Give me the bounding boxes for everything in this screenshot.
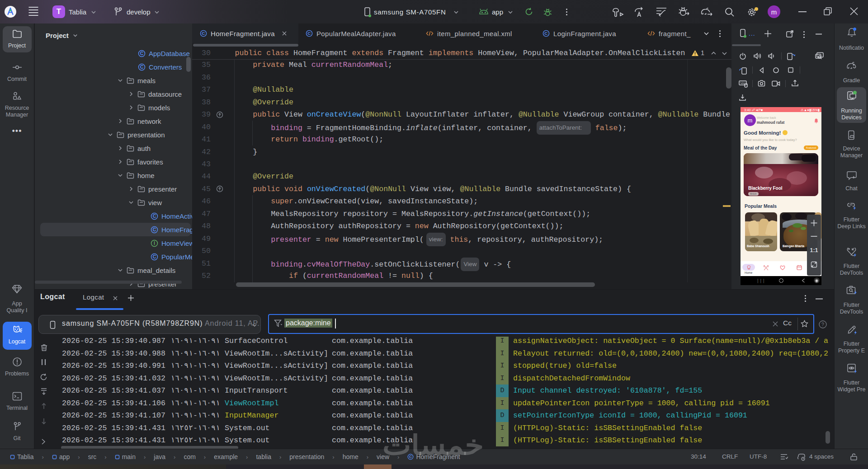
svg-text:C: C <box>140 51 144 56</box>
svg-text:C: C <box>153 213 156 219</box>
svg-text:C: C <box>153 254 156 259</box>
svg-text:I: I <box>154 240 155 246</box>
svg-text:?: ? <box>821 322 824 327</box>
svg-text:C: C <box>140 64 144 70</box>
svg-text:C: C <box>153 227 156 232</box>
